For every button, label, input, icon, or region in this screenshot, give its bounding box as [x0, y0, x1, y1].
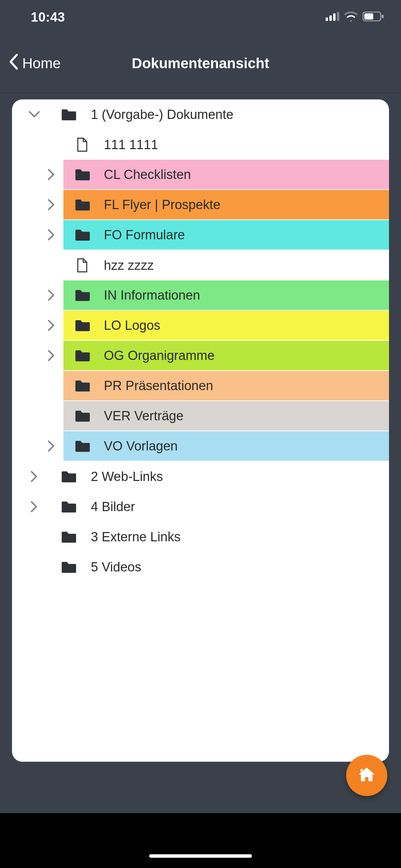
- tree-row-label: CL Checklisten: [94, 167, 191, 182]
- svg-rect-3: [337, 12, 339, 21]
- tree-row[interactable]: 5 Videos: [12, 552, 389, 582]
- battery-icon: [363, 12, 384, 23]
- svg-rect-5: [364, 13, 373, 20]
- page-title: Dokumentenansicht: [132, 55, 269, 72]
- folder-icon: [70, 440, 94, 452]
- folder-icon: [70, 379, 94, 392]
- chevron-right-icon[interactable]: [39, 288, 63, 302]
- tree-row[interactable]: VER Verträge: [12, 401, 389, 431]
- status-icons: [326, 12, 384, 23]
- file-icon: [70, 258, 94, 273]
- tree-row-label: LO Logos: [94, 318, 160, 333]
- tree-row-band: CL Checklisten: [63, 160, 389, 189]
- tree-row[interactable]: LO Logos: [12, 311, 389, 341]
- tree-row-band: PR Präsentationen: [63, 371, 389, 400]
- tree-row-label: hzz zzzz: [94, 258, 154, 273]
- tree-row-label: VO Vorlagen: [94, 439, 178, 454]
- folder-icon: [57, 470, 81, 483]
- home-icon: [357, 765, 377, 786]
- tree-row-label: PR Präsentationen: [94, 378, 213, 393]
- document-tree-card: 1 (Vorgabe-) Dokumente111 1111CL Checkli…: [12, 99, 389, 762]
- chevron-right-icon[interactable]: [39, 228, 63, 242]
- folder-icon: [70, 198, 94, 211]
- tree-row-label: FL Flyer | Prospekte: [94, 197, 220, 212]
- tree-row-label: OG Organigramme: [94, 348, 215, 363]
- status-time: 10:43: [31, 10, 65, 25]
- folder-icon: [57, 531, 81, 543]
- chevron-right-icon[interactable]: [22, 470, 46, 483]
- folder-icon: [70, 349, 94, 362]
- home-fab[interactable]: [346, 755, 387, 796]
- home-indicator: [149, 854, 252, 858]
- chevron-right-icon[interactable]: [22, 500, 46, 514]
- tree-row-band: FO Formulare: [63, 220, 389, 250]
- tree-row[interactable]: hzz zzzz: [12, 250, 389, 280]
- tree-row-label: 2 Web-Links: [81, 469, 163, 484]
- tree-row-band: FL Flyer | Prospekte: [63, 190, 389, 219]
- tree-row-band: 111 1111: [63, 130, 389, 160]
- file-icon: [70, 137, 94, 152]
- folder-icon: [70, 229, 94, 241]
- status-bar: 10:43: [0, 0, 401, 34]
- tree-row-label: VER Verträge: [94, 409, 183, 423]
- tree-row-label: IN Informationen: [94, 288, 200, 303]
- folder-icon: [57, 501, 81, 513]
- folder-icon: [70, 410, 94, 422]
- chevron-right-icon[interactable]: [39, 168, 63, 181]
- tree-row-label: 1 (Vorgabe-) Dokumente: [81, 107, 233, 122]
- wifi-icon: [344, 12, 358, 23]
- tree-row-band: IN Informationen: [63, 280, 389, 310]
- chevron-right-icon[interactable]: [39, 349, 63, 362]
- tree-row[interactable]: 4 Bilder: [12, 492, 389, 522]
- back-label: Home: [22, 55, 61, 72]
- tree-row-label: 3 Externe Links: [81, 530, 181, 544]
- cellular-icon: [326, 12, 339, 22]
- tree-row-band: VER Verträge: [63, 401, 389, 431]
- tree-row[interactable]: FO Formulare: [12, 220, 389, 250]
- tree-row[interactable]: IN Informationen: [12, 280, 389, 311]
- tree-row[interactable]: VO Vorlagen: [12, 431, 389, 461]
- tree-row[interactable]: 1 (Vorgabe-) Dokumente: [12, 99, 389, 130]
- svg-rect-6: [382, 15, 384, 18]
- tree-row[interactable]: CL Checklisten: [12, 160, 389, 190]
- back-button[interactable]: Home: [9, 53, 61, 73]
- bottom-bar: [0, 813, 401, 868]
- tree-row-band: OG Organigramme: [63, 341, 389, 370]
- folder-icon: [70, 319, 94, 331]
- folder-icon: [70, 289, 94, 301]
- svg-rect-2: [333, 13, 336, 21]
- svg-rect-1: [329, 15, 332, 21]
- chevron-down-icon[interactable]: [22, 110, 46, 119]
- tree-row-band: VO Vorlagen: [63, 431, 389, 461]
- tree-row-band: LO Logos: [63, 311, 389, 340]
- tree-row[interactable]: PR Präsentationen: [12, 371, 389, 401]
- folder-icon: [57, 108, 81, 121]
- tree-row[interactable]: 2 Web-Links: [12, 461, 389, 492]
- chevron-left-icon: [9, 53, 19, 73]
- chevron-right-icon[interactable]: [39, 439, 63, 453]
- tree-row[interactable]: OG Organigramme: [12, 341, 389, 371]
- svg-rect-0: [326, 17, 328, 21]
- document-tree[interactable]: 1 (Vorgabe-) Dokumente111 1111CL Checkli…: [12, 99, 389, 582]
- tree-row[interactable]: FL Flyer | Prospekte: [12, 190, 389, 220]
- tree-row-label: 4 Bilder: [81, 499, 135, 514]
- nav-bar: Home Dokumentenansicht: [0, 34, 401, 93]
- tree-row[interactable]: 111 1111: [12, 130, 389, 160]
- tree-row[interactable]: 3 Externe Links: [12, 522, 389, 552]
- folder-icon: [70, 168, 94, 181]
- chevron-right-icon[interactable]: [39, 318, 63, 332]
- tree-row-label: FO Formulare: [94, 228, 185, 242]
- tree-row-label: 111 1111: [94, 137, 158, 152]
- tree-row-label: 5 Videos: [81, 560, 141, 575]
- chevron-right-icon[interactable]: [39, 198, 63, 212]
- folder-icon: [57, 561, 81, 573]
- tree-row-band: hzz zzzz: [63, 250, 389, 280]
